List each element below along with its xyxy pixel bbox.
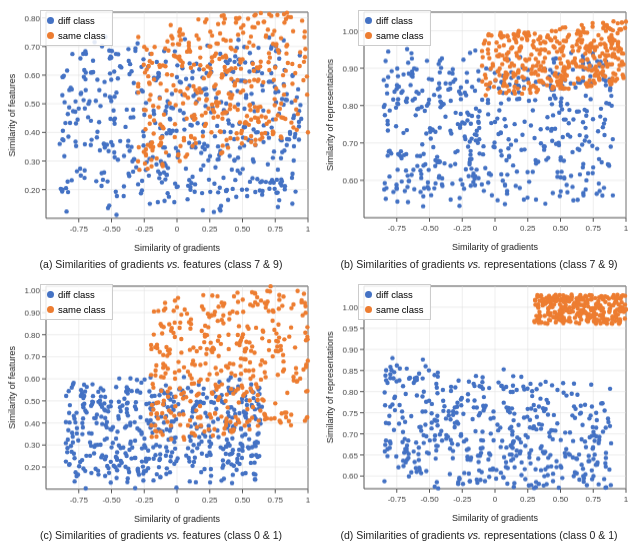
legend-item-same-a: same class xyxy=(47,28,106,43)
legend-item-same-b: same class xyxy=(365,28,424,43)
chart-cell-c: diff class same class (c) Similarities o… xyxy=(4,278,318,545)
same-label-d: same class xyxy=(376,302,424,317)
chart-c-container: diff class same class xyxy=(4,278,318,527)
same-label-b: same class xyxy=(376,28,424,43)
caption-d: (d) Similarities of gradients vs. repres… xyxy=(336,527,621,545)
legend-a: diff class same class xyxy=(40,10,113,46)
diff-label-a: diff class xyxy=(58,13,95,28)
legend-item-diff-b: diff class xyxy=(365,13,424,28)
chart-b-container: diff class same class xyxy=(322,4,636,256)
legend-item-diff-a: diff class xyxy=(47,13,106,28)
chart-cell-a: diff class same class (a) Similarities o… xyxy=(4,4,318,274)
same-dot-b xyxy=(365,32,372,39)
same-label-c: same class xyxy=(58,302,106,317)
diff-dot-b xyxy=(365,17,372,24)
caption-c: (c) Similarities of gradients vs. featur… xyxy=(36,527,286,545)
legend-d: diff class same class xyxy=(358,284,431,320)
legend-item-diff-d: diff class xyxy=(365,287,424,302)
same-dot-a xyxy=(47,32,54,39)
chart-cell-b: diff class same class (b) Similarities o… xyxy=(322,4,636,274)
diff-dot-d xyxy=(365,291,372,298)
same-label-a: same class xyxy=(58,28,106,43)
caption-a: (a) Similarities of gradients vs. featur… xyxy=(36,256,287,274)
chart-d-container: diff class same class xyxy=(322,278,636,527)
diff-dot-c xyxy=(47,291,54,298)
diff-dot-a xyxy=(47,17,54,24)
legend-item-same-c: same class xyxy=(47,302,106,317)
diff-label-c: diff class xyxy=(58,287,95,302)
same-dot-c xyxy=(47,306,54,313)
legend-c: diff class same class xyxy=(40,284,113,320)
legend-item-diff-c: diff class xyxy=(47,287,106,302)
diff-label-d: diff class xyxy=(376,287,413,302)
caption-b: (b) Similarities of gradients vs. repres… xyxy=(336,256,621,274)
diff-label-b: diff class xyxy=(376,13,413,28)
legend-item-same-d: same class xyxy=(365,302,424,317)
legend-b: diff class same class xyxy=(358,10,431,46)
same-dot-d xyxy=(365,306,372,313)
chart-a-container: diff class same class xyxy=(4,4,318,256)
main-grid: diff class same class (a) Similarities o… xyxy=(0,0,640,545)
chart-cell-d: diff class same class (d) Similarities o… xyxy=(322,278,636,545)
